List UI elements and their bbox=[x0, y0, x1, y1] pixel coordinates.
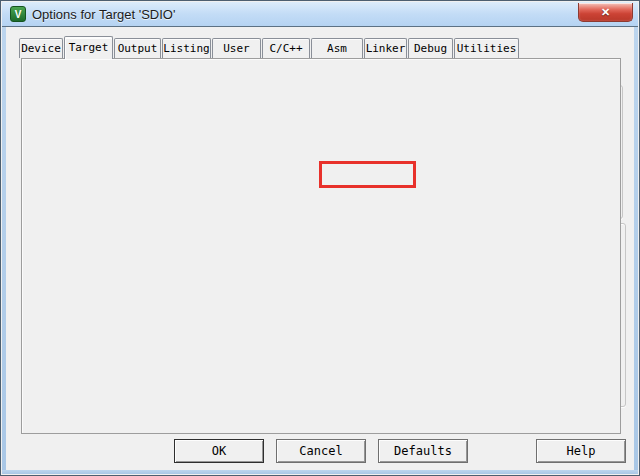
close-button[interactable]: ✕ bbox=[578, 3, 633, 22]
target-tab-page bbox=[21, 58, 621, 434]
tab-user[interactable]: User bbox=[212, 38, 261, 58]
window-frame-left bbox=[2, 27, 6, 474]
titlebar[interactable]: V Options for Target 'SDIO' ✕ bbox=[2, 2, 638, 27]
tab-linker[interactable]: Linker bbox=[364, 38, 407, 58]
tab-c-cpp[interactable]: C/C++ bbox=[262, 38, 310, 58]
window-frame-right bbox=[634, 27, 638, 474]
tab-device[interactable]: Device bbox=[19, 38, 63, 58]
window-title: Options for Target 'SDIO' bbox=[32, 7, 175, 22]
tab-target[interactable]: Target bbox=[64, 36, 113, 59]
tab-debug[interactable]: Debug bbox=[408, 38, 453, 58]
tab-utilities[interactable]: Utilities bbox=[454, 38, 519, 58]
tab-output[interactable]: Output bbox=[114, 38, 161, 58]
tab-asm[interactable]: Asm bbox=[311, 38, 363, 58]
cancel-button[interactable]: Cancel bbox=[276, 439, 366, 463]
ok-button[interactable]: OK bbox=[174, 439, 264, 463]
tab-listing[interactable]: Listing bbox=[162, 38, 211, 58]
keil-uvision-icon: V bbox=[10, 6, 26, 22]
help-button[interactable]: Help bbox=[536, 439, 626, 463]
dialog-window: V Options for Target 'SDIO' ✕ Device Tar… bbox=[0, 0, 640, 476]
tab-strip: Device Target Output Listing User C/C++ … bbox=[19, 36, 520, 59]
window-frame-bottom bbox=[2, 470, 638, 474]
defaults-button[interactable]: Defaults bbox=[378, 439, 468, 463]
